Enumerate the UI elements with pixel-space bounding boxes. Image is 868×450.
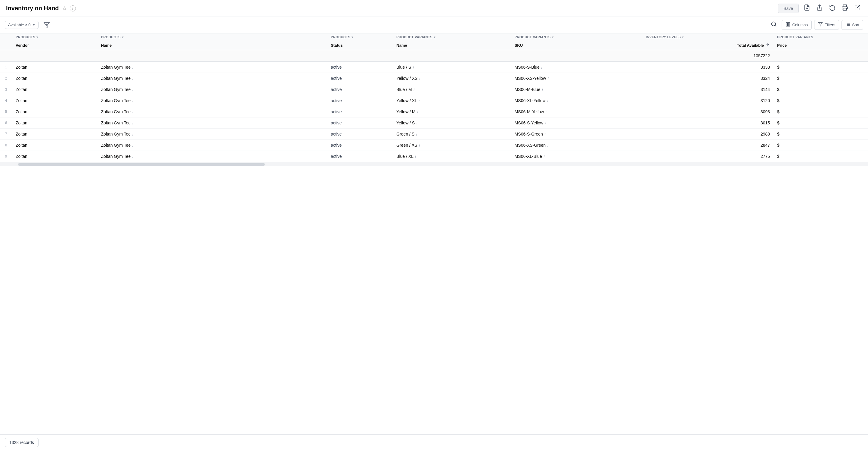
row-info-icon[interactable]: i [132,66,133,69]
row-info-icon[interactable]: i [132,155,133,159]
chevron-down-icon: ▼ [32,23,35,27]
star-icon[interactable]: ☆ [62,5,67,12]
group-header-price[interactable]: PRODUCT VARIANTS [774,33,868,41]
table-row[interactable]: 3 Zoltan Zoltan Gym Tee i active Blue / … [0,84,868,95]
share-icon[interactable] [815,3,824,13]
sort-button[interactable]: Sort [841,20,863,30]
records-badge: 1328 records [5,438,38,447]
header-right: Save [778,3,862,13]
row-info-icon[interactable]: i [132,144,133,147]
status-col-label: Status [331,43,343,48]
sku-info-icon[interactable]: i [544,155,545,159]
field-header-vendor[interactable]: Vendor [12,41,97,50]
table-row[interactable]: 5 Zoltan Zoltan Gym Tee i active Yellow … [0,106,868,117]
info-icon[interactable]: i [70,5,76,11]
download-icon[interactable] [802,3,811,13]
table-row[interactable]: 6 Zoltan Zoltan Gym Tee i active Yellow … [0,117,868,129]
sku-info-icon[interactable]: i [541,66,542,69]
group-dropdown-icon-4[interactable]: ▾ [434,35,435,39]
cell-price: $ [774,73,868,84]
group-dropdown-icon-5[interactable]: ▾ [552,35,554,39]
variant-info-icon[interactable]: i [419,144,420,147]
filters-button[interactable]: Filters [814,20,839,30]
cell-status: active [327,84,393,95]
inventory-table: PRODUCTS ▾ PRODUCTS ▾ PRODUCTS ▾ [0,33,868,162]
row-number: 7 [0,129,12,140]
sku-info-icon[interactable]: i [546,110,546,114]
sku-info-icon[interactable]: i [548,99,548,103]
add-filter-button[interactable] [41,20,52,30]
cell-vendor: Zoltan [12,140,97,151]
search-button[interactable] [768,20,779,30]
table-row[interactable]: 1 Zoltan Zoltan Gym Tee i active Blue / … [0,61,868,73]
table-row[interactable]: 9 Zoltan Zoltan Gym Tee i active Blue / … [0,151,868,162]
row-info-icon[interactable]: i [132,77,133,80]
cell-status: active [327,61,393,73]
row-info-icon[interactable]: i [132,133,133,136]
group-label-variants-1: PRODUCT VARIANTS [396,35,433,39]
field-header-total-available[interactable]: Total Available [642,41,774,50]
row-info-icon[interactable]: i [132,110,133,114]
sku-info-icon[interactable]: i [545,133,545,136]
sort-asc-icon[interactable] [766,43,770,48]
totals-price [774,50,868,61]
variant-info-icon[interactable]: i [418,99,419,103]
row-info-icon[interactable]: i [132,99,133,103]
table-row[interactable]: 4 Zoltan Zoltan Gym Tee i active Yellow … [0,95,868,106]
field-header-sku[interactable]: SKU [511,41,642,50]
group-dropdown-icon-6[interactable]: ▾ [682,35,683,39]
sku-info-icon[interactable]: i [548,144,548,147]
totals-name [97,50,327,61]
table-row[interactable]: 2 Zoltan Zoltan Gym Tee i active Yellow … [0,73,868,84]
group-header-variant-name[interactable]: PRODUCT VARIANTS ▾ [393,33,511,41]
variant-info-icon[interactable]: i [417,110,418,114]
toolbar-right: Columns Filters Sort [768,20,863,30]
table-row[interactable]: 8 Zoltan Zoltan Gym Tee i active Green /… [0,140,868,151]
table-row[interactable]: 7 Zoltan Zoltan Gym Tee i active Green /… [0,129,868,140]
row-number-subheader [0,41,12,50]
variant-info-icon[interactable]: i [413,66,413,69]
group-dropdown-icon-3[interactable]: ▾ [351,35,353,39]
field-header-variant-name[interactable]: Name [393,41,511,50]
cell-status: active [327,129,393,140]
cell-variant-name: Yellow / M i [393,106,511,117]
external-link-icon[interactable] [853,3,862,13]
field-header-price[interactable]: Price [774,41,868,50]
group-header-name[interactable]: PRODUCTS ▾ [97,33,327,41]
variant-info-icon[interactable]: i [416,133,417,136]
variant-info-icon[interactable]: i [416,121,417,125]
variant-info-icon[interactable]: i [415,155,416,159]
refresh-icon[interactable] [828,3,837,13]
cell-sku: MS06-S-Green i [511,129,642,140]
field-header-name[interactable]: Name [97,41,327,50]
scrollbar-area[interactable] [0,162,868,166]
columns-button[interactable]: Columns [782,20,811,30]
group-dropdown-icon-2[interactable]: ▾ [122,35,123,39]
cell-price: $ [774,129,868,140]
variant-info-icon[interactable]: i [413,88,414,91]
row-number: 3 [0,84,12,95]
cell-price: $ [774,106,868,117]
cell-price: $ [774,117,868,129]
cell-vendor: Zoltan [12,129,97,140]
row-info-icon[interactable]: i [132,88,133,91]
sku-col-label: SKU [515,43,523,48]
variant-info-icon[interactable]: i [419,77,420,80]
save-button[interactable]: Save [778,4,799,13]
available-filter-badge[interactable]: Available > 0 ▼ [5,21,38,29]
field-header-status[interactable]: Status [327,41,393,50]
row-info-icon[interactable]: i [132,121,133,125]
sku-info-icon[interactable]: i [542,88,542,91]
svg-rect-12 [788,23,790,26]
print-icon[interactable] [840,3,849,13]
cell-sku: MS06-M-Yellow i [511,106,642,117]
group-header-sku[interactable]: PRODUCT VARIANTS ▾ [511,33,642,41]
group-dropdown-icon-1[interactable]: ▾ [36,35,38,39]
scrollbar-thumb[interactable] [18,163,265,166]
group-header-status[interactable]: PRODUCTS ▾ [327,33,393,41]
cell-total-available: 2988 [642,129,774,140]
sku-info-icon[interactable]: i [545,121,546,125]
sku-info-icon[interactable]: i [548,77,548,80]
group-header-total-available[interactable]: INVENTORY LEVELS ▾ [642,33,774,41]
group-header-vendor[interactable]: PRODUCTS ▾ [12,33,97,41]
